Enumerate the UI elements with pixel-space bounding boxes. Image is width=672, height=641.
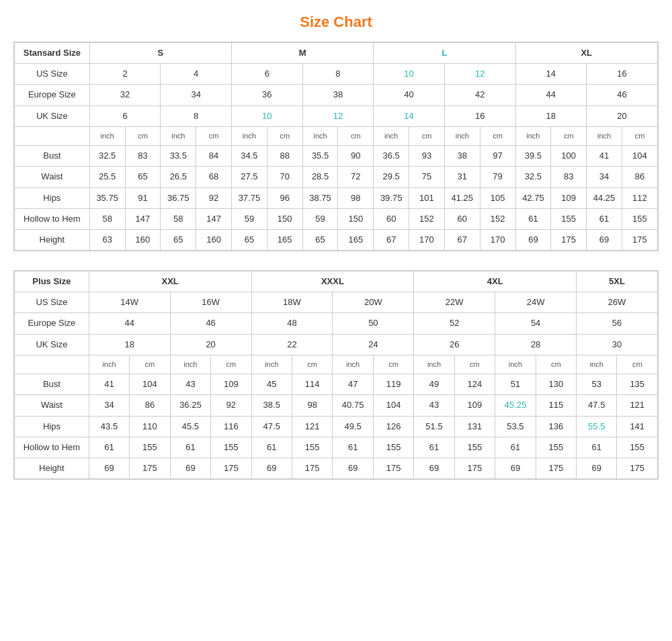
hips-val: 98 xyxy=(338,187,374,208)
table-row: Hollow to Hem 61 155 61 155 61 155 61 15… xyxy=(15,437,658,458)
uk-size-val: 18 xyxy=(515,105,587,126)
plus-height-val: 175 xyxy=(536,458,576,478)
plus-hips-val: 110 xyxy=(130,416,170,437)
uk-size-val: 16 xyxy=(444,105,515,126)
l-header: L xyxy=(374,43,515,64)
xxxl-header: XXXL xyxy=(251,271,414,292)
plus-hips-val: 55.5 xyxy=(577,416,617,437)
plus-waist-val: 104 xyxy=(373,395,413,416)
plus-hollow-val: 155 xyxy=(292,437,332,458)
plus-hollow-val: 61 xyxy=(89,437,129,458)
table-row: Hollow to Hem 58 147 58 147 59 150 59 15… xyxy=(15,208,658,229)
unit: cm xyxy=(130,355,170,374)
table-row: inch cm inch cm inch cm inch cm inch cm … xyxy=(15,355,658,374)
waist-val: 83 xyxy=(551,167,587,187)
table-row: US Size 2 4 6 8 10 12 14 16 xyxy=(15,64,658,85)
plus-waist-val: 34 xyxy=(89,395,129,416)
waist-val: 27.5 xyxy=(232,167,267,187)
us-size-val: 16 xyxy=(587,64,658,85)
plus-bust-val: 47 xyxy=(333,374,373,395)
hips-val: 96 xyxy=(267,187,302,208)
hollow-val: 147 xyxy=(196,208,232,229)
unit: inch xyxy=(495,355,536,374)
plus-waist-val: 36.25 xyxy=(170,395,210,416)
us-size-val: 12 xyxy=(444,64,515,85)
plus-europe-val: 48 xyxy=(251,313,333,334)
unit: cm xyxy=(211,355,251,374)
height-val: 170 xyxy=(480,229,515,250)
plus-waist-val: 40.75 xyxy=(333,395,373,416)
waist-label: Waist xyxy=(15,167,90,187)
bust-val: 83 xyxy=(125,146,161,167)
height-val: 65 xyxy=(161,229,196,250)
plus-height-val: 69 xyxy=(251,458,292,478)
xl-header: XL xyxy=(515,43,658,64)
waist-val: 79 xyxy=(480,167,515,187)
hips-val: 36.75 xyxy=(161,187,196,208)
plus-us-val: 14W xyxy=(89,292,170,313)
height-val: 165 xyxy=(267,229,302,250)
unit-inch: inch xyxy=(587,126,622,145)
unit-inch: inch xyxy=(515,126,551,145)
s-header: S xyxy=(89,43,231,64)
hips-val: 37.75 xyxy=(232,187,267,208)
europe-size-val: 44 xyxy=(515,85,587,105)
unit-cm: cm xyxy=(338,126,374,145)
plus-uk-val: 28 xyxy=(495,334,577,355)
uk-size-label: UK Size xyxy=(15,105,90,126)
plus-waist-val: 38.5 xyxy=(251,395,292,416)
xxl-header: XXL xyxy=(89,271,251,292)
plus-bust-val: 41 xyxy=(89,374,129,395)
plus-hips-label: Hips xyxy=(15,416,89,437)
table-row: Bust 41 104 43 109 45 114 47 119 49 124 … xyxy=(15,374,658,395)
table-row: Europe Size 32 34 36 38 40 42 44 46 xyxy=(15,85,658,105)
height-val: 69 xyxy=(515,229,551,250)
unit-inch: inch xyxy=(374,126,409,145)
unit: cm xyxy=(536,355,576,374)
table-row: inch cm inch cm inch cm inch cm inch cm … xyxy=(15,126,658,145)
unit: inch xyxy=(414,355,454,374)
plus-europe-val: 44 xyxy=(89,313,170,334)
unit-inch: inch xyxy=(444,126,480,145)
us-size-val: 10 xyxy=(374,64,445,85)
unit-cm: cm xyxy=(196,126,232,145)
hips-val: 109 xyxy=(551,187,587,208)
plus-bust-val: 53 xyxy=(577,374,617,395)
uk-size-val: 8 xyxy=(161,105,232,126)
table-row: Stansard Size S M L XL xyxy=(15,43,658,64)
plus-waist-val: 98 xyxy=(292,395,332,416)
unit-inch: inch xyxy=(89,126,125,145)
plus-hollow-val: 61 xyxy=(333,437,373,458)
plus-bust-val: 51 xyxy=(495,374,536,395)
hollow-val: 155 xyxy=(551,208,587,229)
height-val: 160 xyxy=(125,229,161,250)
table-row: Waist 34 86 36.25 92 38.5 98 40.75 104 4… xyxy=(15,395,658,416)
plus-us-size-label: US Size xyxy=(15,292,89,313)
plus-hollow-val: 155 xyxy=(373,437,413,458)
plus-europe-val: 50 xyxy=(333,313,414,334)
plus-bust-val: 135 xyxy=(617,374,658,395)
hollow-val: 150 xyxy=(338,208,374,229)
plus-height-val: 175 xyxy=(617,458,658,478)
plus-waist-label: Waist xyxy=(15,395,89,416)
table-row: US Size 14W 16W 18W 20W 22W 24W 26W xyxy=(15,292,658,313)
plus-us-val: 20W xyxy=(333,292,414,313)
plus-europe-val: 52 xyxy=(414,313,495,334)
plus-waist-val: 47.5 xyxy=(577,395,617,416)
unit: inch xyxy=(333,355,373,374)
plus-bust-val: 114 xyxy=(292,374,332,395)
plus-hips-val: 136 xyxy=(536,416,576,437)
hollow-to-hem-label: Hollow to Hem xyxy=(15,208,90,229)
plus-bust-val: 130 xyxy=(536,374,576,395)
plus-uk-val: 24 xyxy=(333,334,414,355)
waist-val: 86 xyxy=(622,167,657,187)
uk-size-val: 12 xyxy=(302,105,374,126)
plus-bust-val: 119 xyxy=(373,374,413,395)
hips-val: 112 xyxy=(622,187,657,208)
unit: cm xyxy=(292,355,332,374)
waist-val: 25.5 xyxy=(89,167,125,187)
plus-hips-val: 51.5 xyxy=(414,416,454,437)
height-val: 69 xyxy=(587,229,622,250)
hollow-val: 58 xyxy=(89,208,125,229)
hips-val: 105 xyxy=(480,187,515,208)
